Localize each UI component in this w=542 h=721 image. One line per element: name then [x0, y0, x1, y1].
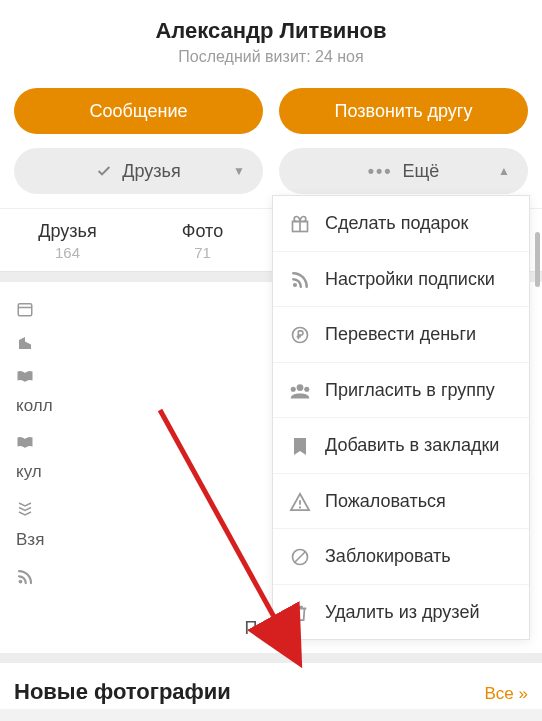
svg-point-5	[297, 384, 304, 391]
check-icon	[96, 163, 112, 179]
chevron-down-icon: ▼	[233, 164, 245, 178]
more-dots-icon: •••	[368, 161, 393, 182]
rss-icon	[14, 568, 36, 586]
svg-rect-0	[18, 304, 32, 316]
tab-photos-label: Фото	[135, 221, 270, 242]
tab-friends[interactable]: Друзья 164	[0, 209, 135, 271]
menu-item-bookmark-label: Добавить в закладки	[325, 434, 499, 457]
menu-item-invite[interactable]: Пригласить в группу	[273, 362, 529, 418]
menu-item-gift-label: Сделать подарок	[325, 212, 468, 235]
bookmark-icon	[289, 436, 311, 456]
calendar-icon	[14, 300, 36, 318]
menu-item-unfriend[interactable]: Удалить из друзей	[273, 584, 529, 640]
photos-section-header: Новые фотографии Все »	[0, 653, 542, 709]
menu-item-money-label: Перевести деньги	[325, 323, 476, 346]
menu-item-report-label: Пожаловаться	[325, 490, 446, 513]
more-btn-label: Ещё	[403, 161, 440, 182]
all-photos-link[interactable]: Все »	[485, 684, 528, 704]
tab-friends-count: 164	[0, 244, 135, 261]
more-dropdown-button[interactable]: ••• Ещё ▲	[279, 148, 528, 194]
svg-point-3	[293, 282, 297, 286]
svg-point-8	[299, 506, 301, 508]
book-icon	[14, 368, 36, 384]
menu-item-subscribe-label: Настройки подписки	[325, 268, 495, 291]
primary-actions: Сообщение Позвонить другу	[0, 76, 542, 144]
gift-icon	[289, 214, 311, 234]
menu-item-block[interactable]: Заблокировать	[273, 528, 529, 584]
chevron-up-icon: ▲	[498, 164, 510, 178]
menu-item-subscribe[interactable]: Настройки подписки	[273, 251, 529, 307]
warning-icon	[289, 492, 311, 512]
tab-photos[interactable]: Фото 71	[135, 209, 270, 271]
group-icon	[289, 381, 311, 401]
menu-item-invite-label: Пригласить в группу	[325, 379, 495, 402]
call-friend-button[interactable]: Позвонить другу	[279, 88, 528, 134]
book-icon	[14, 434, 36, 450]
tab-photos-count: 71	[135, 244, 270, 261]
message-button[interactable]: Сообщение	[14, 88, 263, 134]
profile-header: Александр Литвинов Последний визит: 24 н…	[0, 0, 542, 76]
last-visit: Последний визит: 24 ноя	[0, 48, 542, 66]
menu-item-report[interactable]: Пожаловаться	[273, 473, 529, 529]
block-icon	[289, 547, 311, 567]
svg-point-6	[291, 386, 296, 391]
friends-btn-label: Друзья	[122, 161, 180, 182]
trash-icon	[289, 603, 311, 623]
chevrons-icon	[14, 500, 36, 518]
ruble-icon	[289, 325, 311, 345]
svg-point-1	[19, 580, 23, 584]
menu-item-gift[interactable]: Сделать подарок	[273, 196, 529, 251]
more-menu: Сделать подарок Настройки подписки Перев…	[272, 195, 530, 640]
photos-section-title: Новые фотографии	[14, 679, 231, 705]
friends-dropdown-button[interactable]: Друзья ▼	[14, 148, 263, 194]
profile-name: Александр Литвинов	[0, 18, 542, 44]
tab-friends-label: Друзья	[0, 221, 135, 242]
building-icon	[14, 334, 36, 352]
rss-icon	[289, 270, 311, 290]
menu-item-money[interactable]: Перевести деньги	[273, 306, 529, 362]
scrollbar-indicator[interactable]	[535, 232, 540, 287]
svg-point-7	[304, 386, 309, 391]
menu-item-unfriend-label: Удалить из друзей	[325, 601, 479, 624]
menu-item-block-label: Заблокировать	[325, 545, 451, 568]
menu-item-bookmark[interactable]: Добавить в закладки	[273, 417, 529, 473]
